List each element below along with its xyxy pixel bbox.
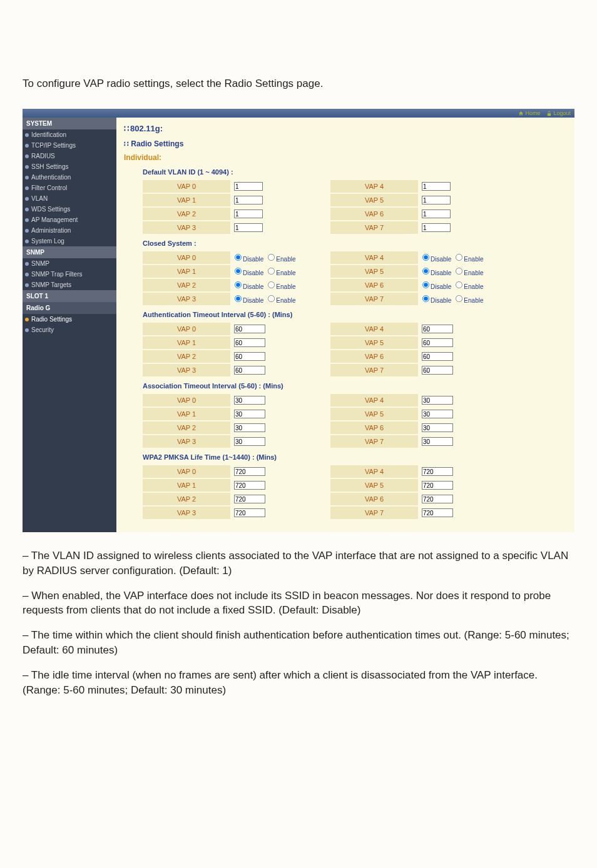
sidebar-item-authentication[interactable]: Authentication — [23, 172, 116, 183]
sidebar-item-snmp[interactable]: SNMP — [23, 258, 116, 269]
auth-input-vap2[interactable] — [234, 352, 265, 361]
vap-label[interactable]: VAP 5 — [365, 268, 384, 275]
vlan-input-vap1[interactable] — [234, 196, 263, 204]
vap-label[interactable]: VAP 4 — [365, 396, 384, 404]
vap-label[interactable]: VAP 0 — [177, 468, 196, 475]
auth-input-vap4[interactable] — [422, 325, 453, 333]
vap-label[interactable]: VAP 5 — [365, 339, 384, 346]
closed-disable-vap6[interactable] — [422, 281, 429, 288]
vap-label[interactable]: VAP 6 — [365, 495, 384, 503]
sidebar-item-filter-control[interactable]: Filter Control — [23, 183, 116, 193]
vap-label[interactable]: VAP 0 — [177, 396, 196, 404]
vap-label[interactable]: VAP 6 — [365, 353, 384, 360]
assoc-input-vap6[interactable] — [422, 423, 453, 432]
vap-label[interactable]: VAP 0 — [177, 254, 196, 261]
sidebar-item-vlan[interactable]: VLAN — [23, 193, 116, 204]
logout-link[interactable]: Logout — [546, 110, 571, 116]
vap-label[interactable]: VAP 4 — [365, 468, 384, 475]
vlan-input-vap0[interactable] — [234, 182, 263, 191]
assoc-input-vap4[interactable] — [422, 396, 453, 405]
vap-label[interactable]: VAP 4 — [365, 254, 384, 261]
sidebar-item-snmp-targets[interactable]: SNMP Targets — [23, 280, 116, 290]
vap-label[interactable]: VAP 5 — [365, 410, 384, 418]
sidebar-item-radio-settings[interactable]: Radio Settings — [23, 314, 116, 325]
closed-enable-vap4[interactable] — [456, 253, 462, 260]
vap-label[interactable]: VAP 6 — [365, 210, 384, 218]
vap-label[interactable]: VAP 1 — [177, 196, 196, 204]
pmksa-input-vap6[interactable] — [422, 495, 453, 503]
auth-input-vap3[interactable] — [234, 366, 265, 375]
vap-label[interactable]: VAP 5 — [365, 482, 384, 489]
vap-label[interactable]: VAP 6 — [365, 281, 384, 289]
closed-disable-vap4[interactable] — [422, 253, 429, 260]
vap-label[interactable]: VAP 3 — [177, 366, 196, 374]
closed-enable-vap0[interactable] — [268, 253, 275, 260]
closed-disable-vap5[interactable] — [422, 267, 429, 274]
auth-input-vap5[interactable] — [422, 338, 453, 347]
auth-input-vap0[interactable] — [234, 325, 265, 333]
vap-label[interactable]: VAP 3 — [177, 295, 196, 303]
vlan-input-vap6[interactable] — [422, 209, 451, 218]
auth-input-vap7[interactable] — [422, 366, 453, 375]
closed-enable-vap2[interactable] — [268, 281, 275, 288]
vap-label[interactable]: VAP 2 — [177, 210, 196, 218]
pmksa-input-vap2[interactable] — [234, 495, 265, 503]
sidebar-item-radius[interactable]: RADIUS — [23, 151, 116, 161]
sidebar-item-tcpip[interactable]: TCP/IP Settings — [23, 140, 116, 151]
vap-label[interactable]: VAP 7 — [365, 438, 384, 445]
sidebar-item-wds[interactable]: WDS Settings — [23, 204, 116, 214]
vap-label[interactable]: VAP 3 — [177, 224, 196, 231]
vap-label[interactable]: VAP 1 — [177, 339, 196, 346]
closed-disable-vap2[interactable] — [235, 281, 242, 288]
closed-enable-vap6[interactable] — [456, 281, 462, 288]
vap-label[interactable]: VAP 1 — [177, 482, 196, 489]
vap-label[interactable]: VAP 4 — [365, 183, 384, 190]
assoc-input-vap3[interactable] — [234, 437, 265, 446]
pmksa-input-vap3[interactable] — [234, 508, 265, 517]
vap-label[interactable]: VAP 7 — [365, 509, 384, 517]
vap-label[interactable]: VAP 5 — [365, 196, 384, 204]
sidebar-item-identification[interactable]: Identification — [23, 129, 116, 140]
vap-label[interactable]: VAP 1 — [177, 268, 196, 275]
vap-label[interactable]: VAP 7 — [365, 366, 384, 374]
vlan-input-vap4[interactable] — [422, 182, 451, 191]
sidebar-item-ap-management[interactable]: AP Management — [23, 214, 116, 225]
closed-disable-vap0[interactable] — [235, 253, 242, 260]
vlan-input-vap3[interactable] — [234, 223, 263, 232]
closed-enable-vap3[interactable] — [268, 295, 275, 301]
sidebar-item-snmp-trap-filters[interactable]: SNMP Trap Filters — [23, 269, 116, 280]
pmksa-input-vap7[interactable] — [422, 508, 453, 517]
vap-label[interactable]: VAP 3 — [177, 438, 196, 445]
home-link[interactable]: Home — [518, 110, 540, 116]
sidebar-item-ssh[interactable]: SSH Settings — [23, 161, 116, 172]
vap-label[interactable]: VAP 2 — [177, 424, 196, 431]
vap-label[interactable]: VAP 7 — [365, 295, 384, 303]
closed-enable-vap5[interactable] — [456, 267, 462, 274]
vlan-input-vap5[interactable] — [422, 196, 451, 204]
vap-label[interactable]: VAP 1 — [177, 410, 196, 418]
assoc-input-vap0[interactable] — [234, 396, 265, 405]
vap-label[interactable]: VAP 4 — [365, 325, 384, 333]
sidebar-item-security[interactable]: Security — [23, 325, 116, 335]
assoc-input-vap7[interactable] — [422, 437, 453, 446]
auth-input-vap1[interactable] — [234, 338, 265, 347]
pmksa-input-vap5[interactable] — [422, 481, 453, 490]
closed-disable-vap3[interactable] — [235, 295, 242, 301]
sidebar-item-system-log[interactable]: System Log — [23, 236, 116, 246]
pmksa-input-vap1[interactable] — [234, 481, 265, 490]
pmksa-input-vap4[interactable] — [422, 467, 453, 476]
vap-label[interactable]: VAP 0 — [177, 325, 196, 333]
vap-label[interactable]: VAP 0 — [177, 183, 196, 190]
vap-label[interactable]: VAP 7 — [365, 224, 384, 231]
vap-label[interactable]: VAP 3 — [177, 509, 196, 517]
vlan-input-vap7[interactable] — [422, 223, 451, 232]
vap-label[interactable]: VAP 6 — [365, 424, 384, 431]
pmksa-input-vap0[interactable] — [234, 467, 265, 476]
sidebar-item-administration[interactable]: Administration — [23, 225, 116, 236]
closed-enable-vap7[interactable] — [456, 295, 462, 301]
closed-disable-vap1[interactable] — [235, 267, 242, 274]
vap-label[interactable]: VAP 2 — [177, 281, 196, 289]
assoc-input-vap5[interactable] — [422, 410, 453, 418]
assoc-input-vap1[interactable] — [234, 410, 265, 418]
vap-label[interactable]: VAP 2 — [177, 495, 196, 503]
